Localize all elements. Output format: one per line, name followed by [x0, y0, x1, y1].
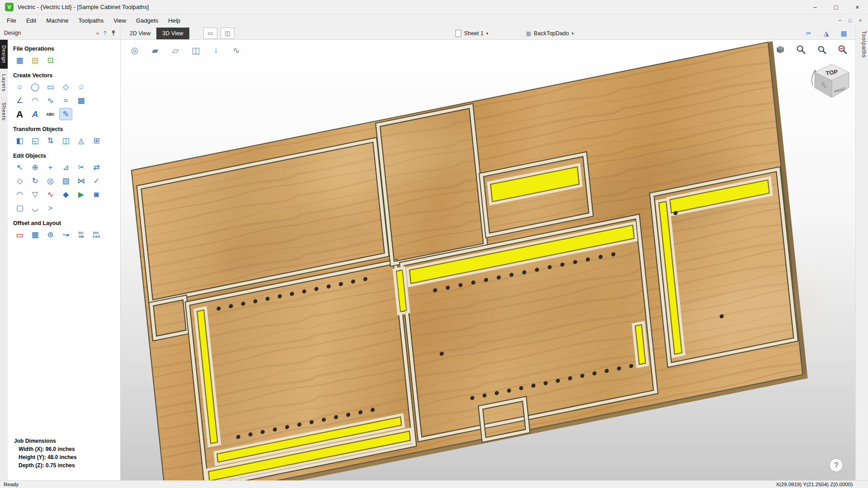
design-header-icons: » ? [96, 30, 116, 36]
tab-2d-view[interactable]: 2D View [124, 28, 156, 39]
viewport-3d[interactable]: ◎▰▱◫↓∿ [121, 40, 855, 480]
job-setup-icon[interactable]: ▦ [13, 54, 26, 66]
hatch-vectors-icon[interactable]: ▨ [59, 175, 72, 187]
rotate-copy-icon[interactable]: ↻ [28, 175, 42, 187]
maximize-button[interactable]: □ [826, 0, 847, 14]
arc-fit-icon[interactable]: ◡ [28, 202, 42, 214]
offset-selected-icon[interactable]: ▭ [13, 229, 26, 241]
extend-vectors-icon[interactable]: > [44, 202, 57, 214]
array-copy-icon[interactable]: ▦ [28, 229, 42, 241]
view-cube[interactable]: TOP FRONT LEFT [808, 59, 854, 104]
menu-edit[interactable]: Edit [21, 14, 41, 26]
import-vectors-icon[interactable]: ⊡ [44, 54, 57, 66]
toolpath-ruler-icon[interactable]: ◮ [820, 28, 832, 39]
interactive-move-icon[interactable]: + [44, 161, 57, 174]
draw-text-icon[interactable]: A [13, 108, 26, 120]
minimize-button[interactable]: − [804, 0, 826, 14]
draw-rectangle-icon[interactable]: ▭ [44, 81, 57, 93]
chevron-down-icon: ▾ [486, 31, 488, 36]
child-minimize-button[interactable]: − [838, 18, 841, 23]
help-icon[interactable]: ? [103, 30, 106, 36]
validate-vectors-icon[interactable]: ✓ [90, 175, 103, 187]
draw-pen-icon[interactable]: ✎ [59, 108, 72, 120]
wireframe-view-icon[interactable]: ▱ [169, 43, 182, 57]
sheet-dropdown[interactable]: Sheet 1 ▾ [453, 28, 491, 39]
preview-toolpaths-icon[interactable]: ◎ [128, 43, 141, 57]
toolpath-grid-icon[interactable]: ▦ [838, 28, 850, 39]
align-objects-icon[interactable]: ⇅ [44, 135, 57, 147]
menu-help[interactable]: Help [163, 14, 185, 26]
block-copy-icon[interactable]: ⊞ [90, 135, 103, 147]
menu-view[interactable]: View [108, 14, 131, 26]
dock-tab-toolpaths[interactable]: Toolpaths [856, 26, 868, 63]
split-view-icon[interactable]: ◫ [221, 28, 235, 39]
measure-tool-icon[interactable]: ⊿ [59, 161, 72, 174]
text-block-icon[interactable]: A [28, 108, 42, 120]
orbit-arrow-icon[interactable] [812, 71, 815, 86]
rotate-objects-icon[interactable]: ◬ [75, 135, 88, 147]
help-button[interactable]: ? [829, 458, 843, 472]
draw-polygon-icon[interactable]: ◇ [59, 81, 72, 93]
draw-arc-icon[interactable]: ◠ [28, 94, 42, 107]
solid-view-icon[interactable]: ▰ [148, 43, 162, 57]
open-file-icon[interactable]: ▤ [28, 54, 42, 66]
draw-ellipse-icon[interactable]: ◯ [28, 81, 42, 93]
close-curve-icon[interactable]: ▽ [28, 188, 42, 201]
snap-grid-icon[interactable]: ▩ [75, 94, 88, 107]
material-block-icon[interactable]: ◫ [189, 43, 202, 57]
dock-tab-layers[interactable]: Layers [0, 69, 8, 97]
zoom-box-icon[interactable] [816, 43, 828, 56]
select-tool-icon[interactable]: ↖ [13, 161, 26, 174]
zoom-interactive-icon[interactable] [795, 43, 807, 56]
center-vectors-icon[interactable]: ◎ [44, 175, 57, 187]
xy-measure-icon[interactable]: ⇄ [90, 161, 103, 174]
copy-along-vectors-icon[interactable]: ↝ [59, 229, 72, 241]
draw-circle-icon[interactable]: ○ [13, 81, 26, 93]
draw-freehand-icon[interactable]: ≈ [59, 94, 72, 107]
section-lines-icon[interactable]: ∿ [230, 43, 243, 57]
menu-machine[interactable]: Machine [41, 14, 73, 26]
mirror-objects-icon[interactable]: ◫ [59, 135, 72, 147]
close-button[interactable]: × [847, 0, 868, 14]
icon-row: ▦▤⊡ [13, 54, 120, 66]
fillet-icon[interactable]: ◆ [59, 188, 72, 201]
drape-vectors-icon[interactable]: ↓ [209, 43, 223, 57]
collapse-panel-icon[interactable]: » [96, 30, 99, 36]
menu-gadgets[interactable]: Gadgets [131, 14, 163, 26]
section-title-offset-and-layout: Offset and Layout [13, 220, 120, 226]
circular-copy-icon[interactable]: ⊛ [44, 229, 57, 241]
offset-vectors-icon[interactable]: ◇ [13, 175, 26, 187]
set-size-icon[interactable]: ◱ [28, 135, 42, 147]
child-restore-button[interactable]: □ [849, 18, 852, 23]
node-edit-icon[interactable]: ⊕ [28, 161, 42, 174]
text-on-curve-icon[interactable]: ABC [44, 108, 57, 120]
dock-tab-sheets[interactable]: Sheets [0, 97, 8, 126]
pin-icon[interactable] [111, 30, 116, 36]
toolpath-dropdown[interactable]: ▦ BackTopDado ▾ [523, 28, 577, 39]
move-objects-icon[interactable]: ◧ [13, 135, 26, 147]
zoom-out-icon[interactable] [836, 43, 849, 56]
scene-3d [121, 40, 855, 480]
toolpath-snip-icon[interactable]: ✂ [802, 28, 815, 39]
tab-3d-view[interactable]: 3D View [156, 28, 189, 39]
icon-row: ◠▽∿◆▶◙ [13, 188, 120, 201]
menu-file[interactable]: File [2, 14, 21, 26]
snip-vectors-icon[interactable]: ✂ [75, 161, 88, 174]
solid-toggle-icon[interactable] [774, 43, 787, 56]
single-view-icon[interactable]: ▭ [203, 28, 217, 39]
draw-star-icon[interactable]: ☆ [75, 81, 88, 93]
fit-curve-icon[interactable]: ∿ [44, 188, 57, 201]
join-vectors-icon[interactable]: ▶ [75, 188, 88, 201]
nesting-icon[interactable]: ZIG ZAG [90, 229, 103, 241]
draw-curve-icon[interactable]: ∿ [44, 94, 57, 107]
rounded-rect-icon[interactable]: ▢ [13, 202, 26, 214]
child-close-button[interactable]: × [859, 18, 862, 23]
weld-vectors-icon[interactable]: ⋈ [75, 175, 88, 187]
draw-polyline-icon[interactable]: ∠ [13, 94, 26, 107]
smooth-vectors-icon[interactable]: ◙ [90, 188, 103, 201]
dock-tab-design[interactable]: Design [0, 40, 8, 69]
menu-toolpaths[interactable]: Toolpaths [74, 14, 109, 26]
plate-production-icon[interactable]: DC AB [75, 229, 88, 241]
open-curve-icon[interactable]: ◠ [13, 188, 26, 201]
wood-sheet [131, 40, 823, 480]
